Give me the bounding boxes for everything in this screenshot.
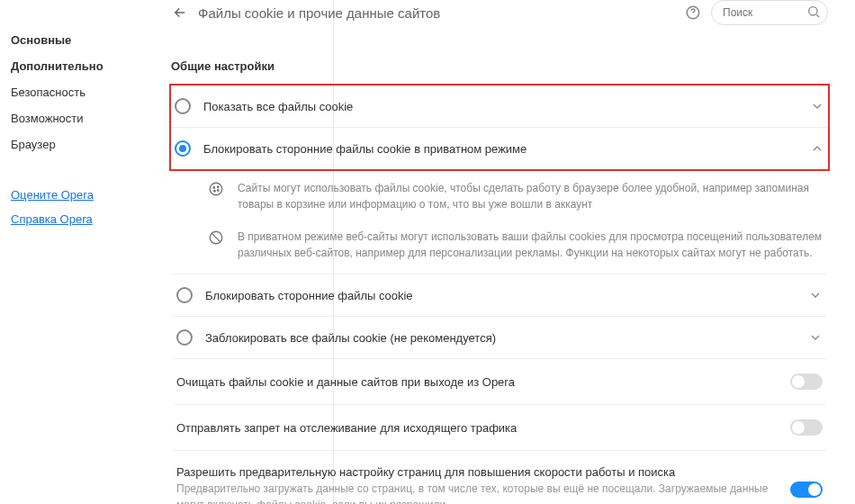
desc-block-2: В приватном режиме веб-сайты могут испол…	[173, 221, 826, 274]
toggle-label: Очищать файлы cookie и данные сайтов при…	[176, 375, 778, 389]
toggle-switch[interactable]	[790, 482, 823, 498]
sidebar-item-security[interactable]: Безопасность	[11, 79, 144, 105]
radio-label: Блокировать сторонние файлы cookie	[205, 289, 796, 302]
toggle-sublabel: Предварительно загружать данные со стран…	[176, 481, 778, 504]
sidebar-link-help[interactable]: Справка Opera	[11, 207, 144, 231]
radio-label: Показать все файлы cookie	[203, 100, 797, 113]
main-content: Файлы cookie и прочие данные сайтов Общи…	[162, 0, 855, 504]
chevron-up-icon	[810, 141, 824, 156]
block-icon	[207, 229, 225, 247]
toggle-label: Отправлять запрет на отслеживание для ис…	[176, 421, 778, 435]
desc-text: В приватном режиме веб-сайты могут испол…	[238, 229, 823, 261]
toggle-switch[interactable]	[790, 374, 823, 390]
toggle-switch[interactable]	[790, 419, 823, 436]
radio-icon	[175, 98, 191, 114]
svg-point-1	[809, 7, 817, 15]
desc-block-1: Сайты могут использовать файлы cookie, ч…	[173, 173, 826, 221]
sidebar-item-features[interactable]: Возможности	[11, 105, 144, 131]
toggle-dnt: Отправлять запрет на отслеживание для ис…	[173, 405, 826, 451]
back-icon[interactable]	[171, 4, 189, 22]
cookie-icon	[207, 180, 225, 198]
chevron-down-icon	[810, 99, 824, 113]
radio-icon	[176, 287, 193, 303]
svg-point-6	[218, 190, 220, 192]
sidebar: Основные Дополнительно Безопасность Возм…	[0, 0, 162, 504]
section-title: Общие настройки	[162, 32, 837, 84]
radio-label: Блокировать сторонние файлы cookie в при…	[203, 142, 797, 156]
svg-point-2	[210, 183, 222, 195]
svg-point-5	[214, 191, 216, 193]
help-icon[interactable]	[684, 4, 702, 22]
search-wrap	[711, 0, 828, 25]
radio-icon	[175, 140, 191, 157]
svg-point-4	[218, 186, 220, 188]
highlighted-options: Показать все файлы cookie Блокировать ст…	[169, 84, 830, 171]
sidebar-item-basic[interactable]: Основные	[11, 27, 144, 53]
page-title: Файлы cookie и прочие данные сайтов	[198, 5, 675, 21]
radio-block-third-party-private[interactable]: Блокировать сторонние файлы cookie в при…	[171, 128, 828, 169]
chevron-down-icon	[808, 330, 823, 345]
toggle-label: Разрешить предварительную настройку стра…	[176, 465, 778, 479]
svg-point-3	[213, 187, 215, 189]
sidebar-item-browser[interactable]: Браузер	[11, 131, 144, 158]
sidebar-item-advanced[interactable]: Дополнительно	[11, 53, 144, 79]
radio-block-third-party[interactable]: Блокировать сторонние файлы cookie	[173, 274, 826, 317]
radio-allow-all[interactable]: Показать все файлы cookie	[171, 86, 828, 128]
search-icon	[806, 4, 821, 19]
chevron-down-icon	[808, 288, 823, 302]
toggle-preload: Разрешить предварительную настройку стра…	[173, 451, 826, 504]
header: Файлы cookie и прочие данные сайтов	[162, 0, 837, 32]
radio-block-all[interactable]: Заблокировать все файлы cookie (не реком…	[173, 317, 826, 359]
radio-icon	[176, 329, 193, 346]
toggle-clear-on-exit: Очищать файлы cookie и данные сайтов при…	[173, 359, 826, 405]
sidebar-link-rate[interactable]: Оцените Opera	[11, 183, 144, 207]
radio-label: Заблокировать все файлы cookie (не реком…	[205, 331, 796, 345]
desc-text: Сайты могут использовать файлы cookie, ч…	[238, 180, 823, 212]
